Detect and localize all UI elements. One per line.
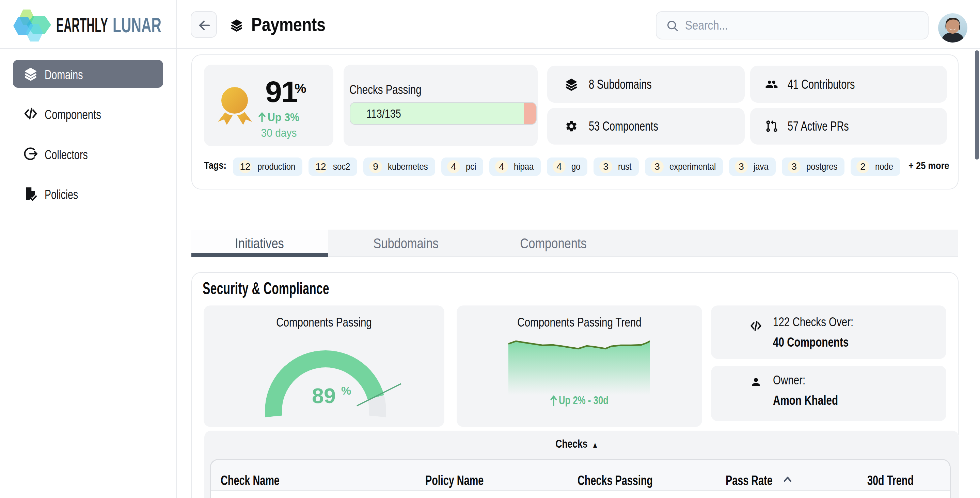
svg-text:EARTHLY: EARTHLY	[56, 14, 108, 37]
svg-text:LUNAR: LUNAR	[113, 14, 161, 37]
svg-text:89: 89	[312, 384, 336, 408]
svg-text:%: %	[341, 384, 351, 397]
